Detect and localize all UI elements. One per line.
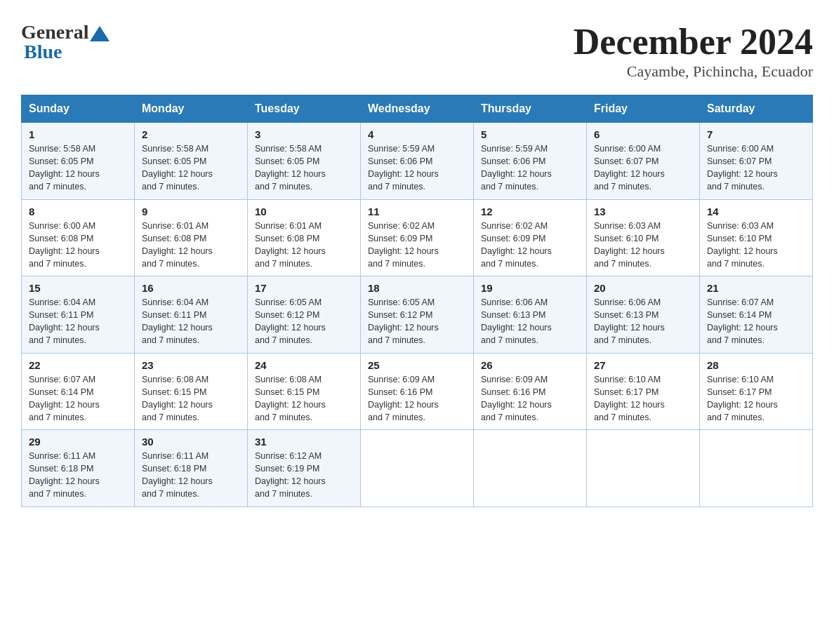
calendar-cell: 31Sunrise: 6:12 AMSunset: 6:19 PMDayligh…: [248, 430, 361, 507]
calendar-cell: [361, 430, 474, 507]
day-number: 12: [481, 206, 579, 217]
calendar-cell: 26Sunrise: 6:09 AMSunset: 6:16 PMDayligh…: [474, 353, 587, 430]
calendar-cell: 3Sunrise: 5:58 AMSunset: 6:05 PMDaylight…: [248, 123, 361, 200]
calendar-cell: 10Sunrise: 6:01 AMSunset: 6:08 PMDayligh…: [248, 199, 361, 276]
logo-blue-text: Blue: [21, 41, 62, 63]
day-number: 18: [368, 282, 466, 294]
day-number: 27: [594, 359, 692, 371]
day-number: 19: [481, 282, 579, 294]
day-number: 23: [142, 359, 240, 371]
day-info: Sunrise: 6:03 AMSunset: 6:10 PMDaylight:…: [594, 220, 692, 271]
calendar-cell: 1Sunrise: 5:58 AMSunset: 6:05 PMDaylight…: [22, 123, 135, 200]
day-number: 25: [368, 359, 466, 371]
day-info: Sunrise: 6:06 AMSunset: 6:13 PMDaylight:…: [594, 296, 692, 347]
logo: General Blue: [21, 21, 110, 63]
calendar-week-row: 29Sunrise: 6:11 AMSunset: 6:18 PMDayligh…: [22, 430, 813, 507]
day-number: 7: [707, 128, 805, 140]
day-info: Sunrise: 6:08 AMSunset: 6:15 PMDaylight:…: [255, 373, 353, 424]
day-number: 26: [481, 359, 579, 371]
day-number: 20: [594, 282, 692, 294]
calendar-cell: 14Sunrise: 6:03 AMSunset: 6:10 PMDayligh…: [700, 199, 813, 276]
calendar-week-row: 22Sunrise: 6:07 AMSunset: 6:14 PMDayligh…: [22, 353, 813, 430]
day-number: 10: [255, 206, 353, 217]
calendar-cell: 20Sunrise: 6:06 AMSunset: 6:13 PMDayligh…: [587, 276, 700, 354]
location-subtitle: Cayambe, Pichincha, Ecuador: [574, 62, 813, 81]
calendar-cell: [700, 430, 813, 507]
day-info: Sunrise: 6:10 AMSunset: 6:17 PMDaylight:…: [707, 373, 805, 424]
calendar-cell: [587, 430, 700, 507]
day-info: Sunrise: 5:58 AMSunset: 6:05 PMDaylight:…: [29, 142, 127, 194]
calendar-cell: 5Sunrise: 5:59 AMSunset: 6:06 PMDaylight…: [474, 123, 587, 200]
day-number: 31: [255, 436, 353, 448]
calendar-cell: [474, 430, 587, 507]
day-info: Sunrise: 6:11 AMSunset: 6:18 PMDaylight:…: [29, 450, 127, 501]
day-number: 24: [255, 359, 353, 371]
day-info: Sunrise: 6:01 AMSunset: 6:08 PMDaylight:…: [255, 220, 353, 271]
day-number: 8: [29, 206, 127, 217]
calendar-cell: 12Sunrise: 6:02 AMSunset: 6:09 PMDayligh…: [474, 199, 587, 276]
calendar-cell: 15Sunrise: 6:04 AMSunset: 6:11 PMDayligh…: [22, 276, 135, 354]
calendar-cell: 16Sunrise: 6:04 AMSunset: 6:11 PMDayligh…: [135, 276, 248, 354]
day-info: Sunrise: 6:00 AMSunset: 6:07 PMDaylight:…: [594, 142, 692, 194]
calendar-cell: 27Sunrise: 6:10 AMSunset: 6:17 PMDayligh…: [587, 353, 700, 430]
title-block: December 2024 Cayambe, Pichincha, Ecuado…: [574, 21, 813, 81]
calendar-cell: 28Sunrise: 6:10 AMSunset: 6:17 PMDayligh…: [700, 353, 813, 430]
day-info: Sunrise: 6:08 AMSunset: 6:15 PMDaylight:…: [142, 373, 240, 424]
day-info: Sunrise: 6:12 AMSunset: 6:19 PMDaylight:…: [255, 450, 353, 501]
weekday-header-friday: Friday: [587, 95, 700, 123]
day-number: 13: [594, 206, 692, 217]
day-info: Sunrise: 5:59 AMSunset: 6:06 PMDaylight:…: [368, 142, 466, 194]
calendar-cell: 19Sunrise: 6:06 AMSunset: 6:13 PMDayligh…: [474, 276, 587, 354]
day-info: Sunrise: 6:07 AMSunset: 6:14 PMDaylight:…: [29, 373, 127, 424]
day-info: Sunrise: 6:11 AMSunset: 6:18 PMDaylight:…: [142, 450, 240, 501]
calendar-cell: 2Sunrise: 5:58 AMSunset: 6:05 PMDaylight…: [135, 123, 248, 200]
day-number: 9: [142, 206, 240, 217]
calendar-cell: 22Sunrise: 6:07 AMSunset: 6:14 PMDayligh…: [22, 353, 135, 430]
day-info: Sunrise: 5:58 AMSunset: 6:05 PMDaylight:…: [255, 142, 353, 194]
day-info: Sunrise: 6:01 AMSunset: 6:08 PMDaylight:…: [142, 220, 240, 271]
day-number: 15: [29, 282, 127, 294]
calendar-cell: 7Sunrise: 6:00 AMSunset: 6:07 PMDaylight…: [700, 123, 813, 200]
day-number: 1: [29, 128, 127, 140]
logo-triangle-icon: [90, 26, 110, 41]
day-info: Sunrise: 6:09 AMSunset: 6:16 PMDaylight:…: [368, 373, 466, 424]
day-info: Sunrise: 6:00 AMSunset: 6:07 PMDaylight:…: [707, 142, 805, 194]
calendar-cell: 24Sunrise: 6:08 AMSunset: 6:15 PMDayligh…: [248, 353, 361, 430]
weekday-header-saturday: Saturday: [700, 95, 813, 123]
day-number: 17: [255, 282, 353, 294]
weekday-header-monday: Monday: [135, 95, 248, 123]
calendar-cell: 29Sunrise: 6:11 AMSunset: 6:18 PMDayligh…: [22, 430, 135, 507]
day-number: 21: [707, 282, 805, 294]
calendar-cell: 4Sunrise: 5:59 AMSunset: 6:06 PMDaylight…: [361, 123, 474, 200]
day-number: 11: [368, 206, 466, 217]
day-info: Sunrise: 5:59 AMSunset: 6:06 PMDaylight:…: [481, 142, 579, 194]
day-info: Sunrise: 6:05 AMSunset: 6:12 PMDaylight:…: [255, 296, 353, 347]
day-info: Sunrise: 6:04 AMSunset: 6:11 PMDaylight:…: [142, 296, 240, 347]
day-info: Sunrise: 6:03 AMSunset: 6:10 PMDaylight:…: [707, 220, 805, 271]
calendar-cell: 23Sunrise: 6:08 AMSunset: 6:15 PMDayligh…: [135, 353, 248, 430]
day-number: 14: [707, 206, 805, 217]
day-number: 29: [29, 436, 127, 448]
day-number: 5: [481, 128, 579, 140]
calendar-cell: 9Sunrise: 6:01 AMSunset: 6:08 PMDaylight…: [135, 199, 248, 276]
day-info: Sunrise: 6:06 AMSunset: 6:13 PMDaylight:…: [481, 296, 579, 347]
day-number: 3: [255, 128, 353, 140]
day-info: Sunrise: 6:09 AMSunset: 6:16 PMDaylight:…: [481, 373, 579, 424]
day-number: 22: [29, 359, 127, 371]
day-info: Sunrise: 6:07 AMSunset: 6:14 PMDaylight:…: [707, 296, 805, 347]
day-info: Sunrise: 6:04 AMSunset: 6:11 PMDaylight:…: [29, 296, 127, 347]
day-info: Sunrise: 6:02 AMSunset: 6:09 PMDaylight:…: [481, 220, 579, 271]
calendar-cell: 30Sunrise: 6:11 AMSunset: 6:18 PMDayligh…: [135, 430, 248, 507]
calendar-week-row: 8Sunrise: 6:00 AMSunset: 6:08 PMDaylight…: [22, 199, 813, 276]
day-number: 6: [594, 128, 692, 140]
day-number: 30: [142, 436, 240, 448]
day-info: Sunrise: 6:10 AMSunset: 6:17 PMDaylight:…: [594, 373, 692, 424]
calendar-cell: 17Sunrise: 6:05 AMSunset: 6:12 PMDayligh…: [248, 276, 361, 354]
weekday-header-row: SundayMondayTuesdayWednesdayThursdayFrid…: [22, 95, 813, 123]
day-number: 2: [142, 128, 240, 140]
month-title: December 2024: [574, 21, 813, 62]
day-info: Sunrise: 5:58 AMSunset: 6:05 PMDaylight:…: [142, 142, 240, 194]
calendar-cell: 8Sunrise: 6:00 AMSunset: 6:08 PMDaylight…: [22, 199, 135, 276]
weekday-header-thursday: Thursday: [474, 95, 587, 123]
calendar-cell: 21Sunrise: 6:07 AMSunset: 6:14 PMDayligh…: [700, 276, 813, 354]
